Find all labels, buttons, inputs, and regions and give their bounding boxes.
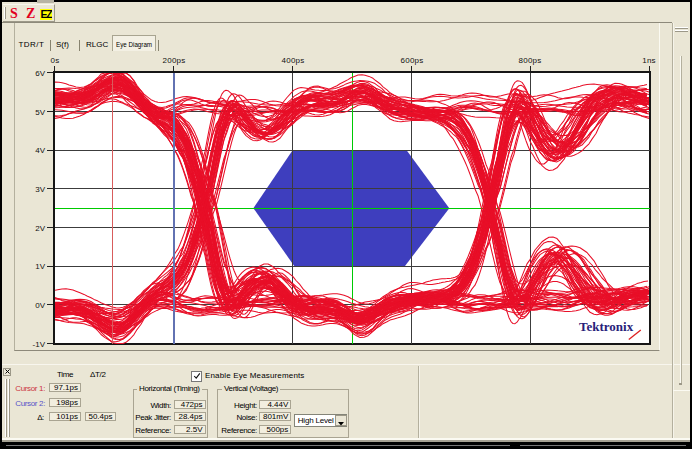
svg-text:Tektronix: Tektronix <box>579 319 634 334</box>
